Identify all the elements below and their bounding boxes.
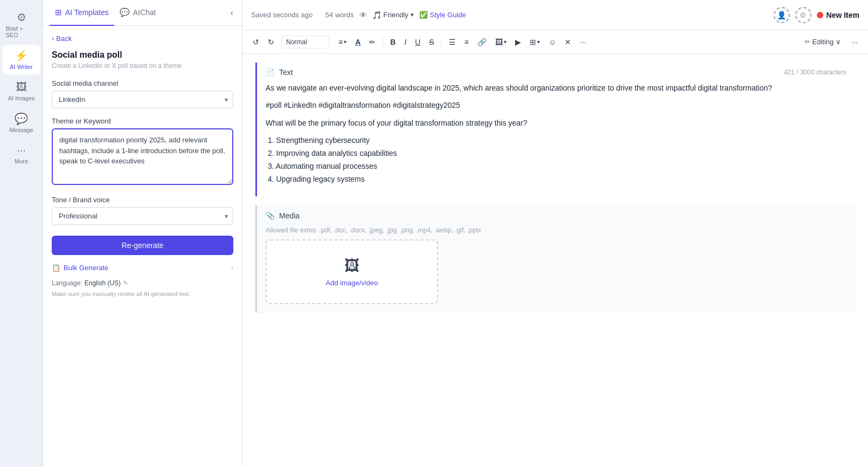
underline-button[interactable]: U xyxy=(411,35,424,49)
panel-collapse-button[interactable]: ‹ xyxy=(228,6,235,20)
regenerate-button[interactable]: Re-generate xyxy=(52,236,233,255)
red-dot-icon xyxy=(817,12,823,18)
text-section-title: 📄 Text xyxy=(266,68,293,77)
separator2 xyxy=(441,37,442,47)
new-item-label: New Item xyxy=(827,11,859,19)
panel-content: ‹ Back Social media poll Create a Linked… xyxy=(43,26,242,467)
align-icon: ≡ xyxy=(338,38,343,46)
tone-emoji-icon: 🎵 xyxy=(372,11,381,19)
media-upload-zone[interactable]: 🖼 Add image/video xyxy=(266,239,438,304)
media-section-label: Media xyxy=(279,211,300,220)
theme-keyword-textarea[interactable]: digital transformation priority 2025, ad… xyxy=(52,128,233,185)
sidebar-item-label: Message xyxy=(9,127,33,133)
topbar-meta: Saved seconds ago · 54 words 👁 🎵 Friendl… xyxy=(251,11,466,19)
eye-icon[interactable]: 👁 xyxy=(359,11,367,19)
tone-button[interactable]: 🎵 Friendly ▾ xyxy=(372,11,414,19)
emoji-button[interactable]: ☺ xyxy=(545,35,560,49)
editing-label: Editing xyxy=(813,38,834,46)
chat-icon: 💬 xyxy=(15,112,28,125)
sidebar-item-brief-seo[interactable]: ⚙ Brief + SEO xyxy=(3,6,40,43)
chevron-image-icon: ▾ xyxy=(504,39,506,45)
undo-button[interactable]: ↺ xyxy=(249,35,263,49)
play-button[interactable]: ▶ xyxy=(511,35,525,49)
italic-button[interactable]: I xyxy=(400,35,410,49)
more-icon: ··· xyxy=(17,144,26,156)
new-item-button[interactable]: New Item xyxy=(817,11,859,19)
font-color-button[interactable]: A xyxy=(351,35,364,49)
user-avatar[interactable]: 👤 xyxy=(774,7,790,23)
settings-circle[interactable]: ⚙ xyxy=(795,7,811,23)
image-button[interactable]: 🖼 ▾ xyxy=(491,35,510,49)
bulk-generate-button[interactable]: 📋 Bulk Generate xyxy=(52,264,108,272)
highlight-button[interactable]: ✏ xyxy=(365,35,379,49)
chevron-table-icon: ▾ xyxy=(537,39,540,45)
sidebar-item-label: AI Images xyxy=(8,95,35,101)
redo-icon: ↻ xyxy=(268,38,274,46)
tab-ai-templates-label: AI Templates xyxy=(65,8,109,17)
sidebar-item-message[interactable]: 💬 Message xyxy=(3,108,40,138)
table-button[interactable]: ⊞ ▾ xyxy=(526,35,544,49)
separator xyxy=(383,37,383,47)
lightning-icon: ⚡ xyxy=(15,49,28,62)
sidebar-item-more[interactable]: ··· More xyxy=(3,140,40,169)
word-count: 54 words xyxy=(325,11,354,19)
strikethrough-icon: S xyxy=(429,38,434,46)
expand-icon: ∨ xyxy=(836,38,841,46)
image-icon: 🖼 xyxy=(16,81,27,93)
bold-button[interactable]: B xyxy=(386,35,399,49)
edit-language-icon[interactable]: ✎ xyxy=(123,279,128,287)
pencil-icon: ✏ xyxy=(804,38,810,46)
link-icon: 🔗 xyxy=(477,38,487,46)
emoji-icon: ☺ xyxy=(548,38,556,46)
sidebar-item-ai-images[interactable]: 🖼 AI Images xyxy=(3,77,40,106)
tone-field: Tone / Brand voice Professional Casual F… xyxy=(52,196,233,225)
social-channel-select-wrapper: LinkedIn X (Twitter) Facebook Instagram … xyxy=(52,91,233,108)
bulk-generate-label: Bulk Generate xyxy=(64,264,108,272)
format-more-button[interactable]: ··· xyxy=(576,35,590,49)
char-count: 421 / 3000 characters xyxy=(784,68,846,76)
style-select[interactable]: Normal Heading 1 Heading 2 Heading 3 xyxy=(281,36,329,49)
sidebar: ⚙ Brief + SEO ⚡ AI Writer 🖼 AI Images 💬 … xyxy=(0,0,43,467)
clear-format-button[interactable]: ✕ xyxy=(561,35,575,49)
sidebar-item-label: Brief + SEO xyxy=(6,25,37,38)
language-prefix: Language: xyxy=(52,279,82,287)
social-channel-label: Social media channel xyxy=(52,79,233,87)
underline-icon: U xyxy=(415,38,420,46)
back-button[interactable]: ‹ Back xyxy=(52,35,72,43)
tab-ai-templates[interactable]: ⊞ AI Templates xyxy=(50,0,114,26)
table-icon: ⊞ xyxy=(530,38,536,46)
tone-select[interactable]: Professional Casual Friendly Formal Pers… xyxy=(52,207,233,225)
bullet-list-button[interactable]: ☰ xyxy=(445,35,460,49)
ai-templates-panel: ⊞ AI Templates 💬 AIChat ‹ ‹ Back Social … xyxy=(43,0,242,467)
media-section: 📎 Media Allowed file extns: .pdf, .doc, … xyxy=(255,205,855,313)
poll-option-4: 4. Upgrading legacy systems xyxy=(268,173,846,186)
topbar: Saved seconds ago · 54 words 👁 🎵 Friendl… xyxy=(242,0,868,30)
poll-option-3: 3. Automating manual processes xyxy=(268,160,846,173)
strikethrough-button[interactable]: S xyxy=(425,35,438,49)
document-area: 📄 Text 421 / 3000 characters As we navig… xyxy=(242,54,868,467)
copy-icon: 📋 xyxy=(52,264,60,272)
doc-paragraph-1: As we navigate an ever-evolving digital … xyxy=(266,82,846,94)
editing-button[interactable]: ✏ Editing ∨ xyxy=(800,36,846,48)
chat-bubble-icon: 💬 xyxy=(120,8,130,17)
tab-aichat[interactable]: 💬 AIChat xyxy=(114,0,162,26)
poll-option-1: 1. Strengthening cybersecurity xyxy=(268,134,846,147)
sidebar-item-ai-writer[interactable]: ⚡ AI Writer xyxy=(3,45,40,74)
ordered-list-button[interactable]: ≡ xyxy=(461,35,473,49)
social-channel-select[interactable]: LinkedIn X (Twitter) Facebook Instagram xyxy=(52,91,233,108)
chevron-right-icon: › xyxy=(231,264,233,272)
gear-icon: ⚙ xyxy=(17,11,26,24)
style-guide-button[interactable]: ✅ Style Guide xyxy=(419,11,466,19)
sidebar-item-label: AI Writer xyxy=(10,64,33,70)
link-button[interactable]: 🔗 xyxy=(474,35,490,49)
toolbar-overflow-button[interactable]: ··· xyxy=(848,35,862,49)
align-button[interactable]: ≡ ▾ xyxy=(335,35,350,49)
grid-icon: ⊞ xyxy=(55,8,62,17)
italic-icon: I xyxy=(404,38,406,46)
redo-button[interactable]: ↻ xyxy=(264,35,278,49)
sidebar-item-label: More xyxy=(15,158,28,164)
doc-paragraph-2: #poll #LinkedIn #digitaltransformation #… xyxy=(266,99,846,111)
document-icon: 📄 xyxy=(266,68,275,77)
text-section-body: As we navigate an ever-evolving digital … xyxy=(257,82,855,196)
template-subtitle: Create a Linkedin or X poll based on a t… xyxy=(52,62,233,70)
